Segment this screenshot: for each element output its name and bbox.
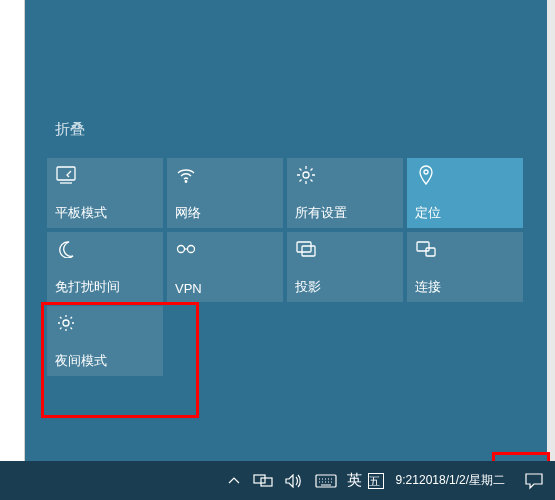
tile-vpn[interactable]: VPN bbox=[167, 232, 283, 302]
svg-rect-12 bbox=[261, 478, 272, 486]
svg-rect-0 bbox=[57, 167, 75, 180]
svg-point-1 bbox=[185, 181, 187, 183]
clock[interactable]: 9:21 2018/1/2/星期二 bbox=[388, 461, 513, 500]
tile-label: 免打扰时间 bbox=[55, 278, 120, 296]
tile-label: 夜间模式 bbox=[55, 352, 107, 370]
clock-date: 2018/1/2/星期二 bbox=[419, 473, 505, 488]
tile-connect[interactable]: 连接 bbox=[407, 232, 523, 302]
tile-label: 投影 bbox=[295, 278, 321, 296]
svg-rect-6 bbox=[297, 242, 311, 252]
tile-night-light[interactable]: 夜间模式 bbox=[47, 306, 163, 376]
gear-icon bbox=[295, 164, 317, 186]
volume-icon[interactable] bbox=[279, 461, 309, 500]
taskbar: 英 五 9:21 2018/1/2/星期二 bbox=[0, 461, 555, 500]
clock-time: 9:21 bbox=[396, 473, 419, 488]
tile-label: 平板模式 bbox=[55, 204, 107, 222]
collapse-button[interactable]: 折叠 bbox=[55, 120, 85, 139]
show-hidden-icons[interactable] bbox=[221, 461, 247, 500]
vpn-icon bbox=[175, 238, 197, 260]
connect-icon bbox=[415, 238, 437, 260]
wifi-icon bbox=[175, 164, 197, 186]
tile-project[interactable]: 投影 bbox=[287, 232, 403, 302]
ime-mode: 五 bbox=[368, 473, 384, 489]
scroll-gutter bbox=[547, 0, 555, 461]
sun-icon bbox=[55, 312, 77, 334]
svg-rect-9 bbox=[426, 248, 435, 256]
svg-point-5 bbox=[188, 246, 195, 253]
tile-location[interactable]: 定位 bbox=[407, 158, 523, 228]
tile-label: 网络 bbox=[175, 204, 201, 222]
location-icon bbox=[415, 164, 437, 186]
tile-tablet-mode[interactable]: 平板模式 bbox=[47, 158, 163, 228]
svg-rect-8 bbox=[417, 242, 429, 251]
tile-label: 所有设置 bbox=[295, 204, 347, 222]
keyboard-icon[interactable] bbox=[309, 461, 343, 500]
ime-lang: 英 bbox=[347, 471, 364, 490]
tile-label: 定位 bbox=[415, 204, 441, 222]
screenshot-root: 折叠 平板模式 网络 所有设置 bbox=[0, 0, 555, 500]
app-edge bbox=[0, 0, 25, 461]
project-icon bbox=[295, 238, 317, 260]
svg-point-3 bbox=[424, 170, 428, 174]
moon-icon bbox=[55, 238, 77, 260]
svg-rect-7 bbox=[302, 246, 315, 256]
svg-point-4 bbox=[178, 246, 185, 253]
tablet-icon bbox=[55, 164, 77, 186]
monitors-icon[interactable] bbox=[247, 461, 279, 500]
svg-point-2 bbox=[303, 172, 309, 178]
svg-point-10 bbox=[63, 320, 69, 326]
tile-all-settings[interactable]: 所有设置 bbox=[287, 158, 403, 228]
tile-quiet-hours[interactable]: 免打扰时间 bbox=[47, 232, 163, 302]
action-center-button[interactable] bbox=[513, 461, 555, 500]
ime-indicator[interactable]: 英 五 bbox=[343, 461, 388, 500]
quick-action-tiles: 平板模式 网络 所有设置 定位 bbox=[47, 158, 523, 376]
tile-label: 连接 bbox=[415, 278, 441, 296]
action-center-panel: 折叠 平板模式 网络 所有设置 bbox=[25, 0, 547, 461]
svg-rect-11 bbox=[254, 475, 265, 483]
tile-label: VPN bbox=[175, 281, 202, 296]
tile-network[interactable]: 网络 bbox=[167, 158, 283, 228]
